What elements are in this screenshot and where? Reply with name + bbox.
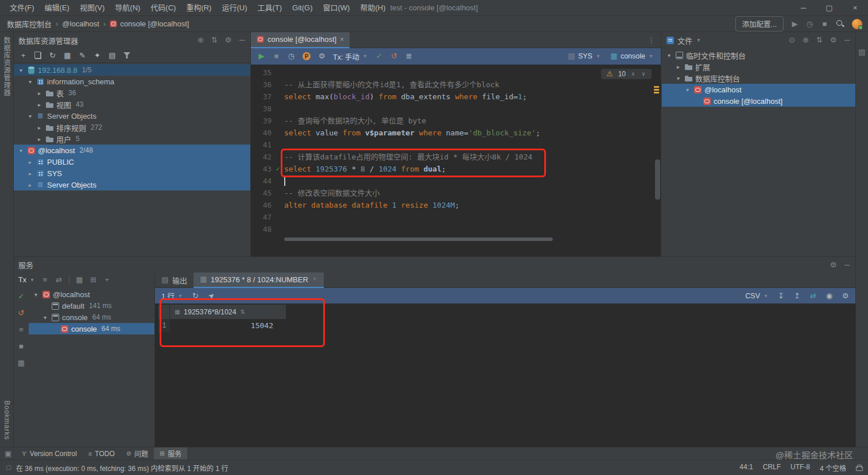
services-item-console[interactable]: console64 ms	[29, 323, 154, 334]
tx-mode-select[interactable]: Tx: 手动 ▾	[333, 51, 368, 62]
chevron-closed-icon[interactable]: ▸	[36, 124, 43, 131]
next-problem-icon[interactable]: ∨	[641, 70, 646, 78]
column-header[interactable]: ▦ 1925376*8/1024 ⇅	[170, 305, 286, 319]
tx-filter-select[interactable]: Tx ▾	[18, 276, 35, 284]
reload-page-icon[interactable]: ↻	[192, 292, 199, 300]
add-service-icon[interactable]: +	[103, 276, 111, 284]
editor-line[interactable]: 40select value from v$parameter where na…	[251, 127, 661, 139]
expand-collapse-icon[interactable]: ⇅	[816, 36, 823, 44]
files-item-@localhost[interactable]: ▾@localhost	[662, 84, 855, 95]
editor-line[interactable]: 43✓select 1925376 * 8 / 1024 from dual;	[251, 163, 661, 175]
editor-line[interactable]: 36-- 从上面获得要缩小的文件id是1, 查看此文件有多少个block	[251, 79, 661, 91]
minimize-window-button[interactable]: ─	[790, 0, 816, 15]
gear-icon[interactable]: ⚙	[830, 36, 837, 44]
chevron-closed-icon[interactable]: ▸	[26, 182, 34, 188]
add-configuration-button[interactable]: 添加配置...	[735, 16, 784, 32]
chevron-closed-icon[interactable]: ▸	[26, 159, 34, 165]
hide-panel-icon[interactable]: ─	[238, 36, 246, 44]
hide-panel-icon[interactable]: ─	[843, 36, 851, 44]
menu-编辑-e[interactable]: 编辑(E)	[40, 0, 75, 15]
horizontal-scrollbar[interactable]	[284, 238, 553, 241]
menu-重构-r[interactable]: 重构(R)	[181, 0, 216, 15]
editor-body[interactable]: 3536-- 从上面获得要缩小的文件id是1, 查看此文件有多少个block37…	[251, 65, 661, 256]
menu-视图-v[interactable]: 视图(V)	[75, 0, 110, 15]
hide-panel-icon[interactable]: ─	[843, 261, 851, 269]
tab-output[interactable]: ▤ 输出	[155, 272, 193, 288]
toolwindow-button-服务[interactable]: ⊞服务	[154, 447, 187, 460]
web-icon[interactable]: ⊕	[802, 36, 809, 44]
tab-result[interactable]: ▦ 1925376 * 8 / 1024:NUMBER ×	[193, 272, 324, 288]
import-data-icon[interactable]: ↥	[793, 292, 801, 300]
chevron-closed-icon[interactable]: ▸	[36, 102, 43, 108]
settings-icon[interactable]: ⚙	[842, 292, 849, 300]
table-icon[interactable]: ▦	[64, 52, 71, 60]
duplicate-icon[interactable]	[34, 52, 41, 59]
editor-line[interactable]: 47	[251, 211, 661, 223]
commit-icon[interactable]: ✓	[375, 52, 383, 60]
gear-icon[interactable]: ⚙	[830, 261, 837, 269]
search-everywhere-icon[interactable]	[836, 20, 844, 28]
commit-icon[interactable]: ✓	[18, 293, 25, 301]
toolwindow-button-version-control[interactable]: ϒVersion Control	[16, 447, 83, 460]
sort-icon[interactable]: ⇄	[55, 276, 63, 284]
chevron-closed-icon[interactable]: ▸	[36, 136, 43, 142]
services-item-console[interactable]: ▾console64 ms	[29, 312, 154, 323]
editor-line[interactable]: 41	[251, 139, 661, 151]
warning-stripe-mark[interactable]	[654, 89, 659, 91]
rollback-icon[interactable]: ↺	[390, 52, 398, 60]
tab-console-localhost[interactable]: console [@localhost] ×	[251, 32, 350, 48]
generate-icon[interactable]: ✦	[94, 52, 101, 60]
close-tab-icon[interactable]: ×	[312, 275, 317, 283]
menu-导航-n[interactable]: 导航(N)	[110, 0, 145, 15]
filter-icon[interactable]	[123, 52, 130, 59]
refresh-icon[interactable]: ↻	[49, 52, 56, 60]
files-item-console-@localhost[interactable]: console [@localhost]	[662, 95, 855, 107]
readonly-lock-icon[interactable]	[856, 464, 862, 471]
sort-icon[interactable]: ⇅	[240, 308, 246, 316]
execute-icon[interactable]: ▶	[258, 52, 265, 60]
toolwindow-button-todo[interactable]: ≡TODO	[83, 447, 121, 460]
stop-query-icon[interactable]: ■	[273, 52, 280, 60]
editor-line[interactable]: 37select max(block_id) from dba_extents …	[251, 91, 661, 103]
warning-stripe-mark[interactable]	[654, 86, 659, 88]
locate-file-icon[interactable]: ⊙	[788, 36, 796, 44]
terminate-icon[interactable]: ■	[18, 342, 25, 351]
inspections-widget[interactable]: ⚠ 10 ∧ ∨	[601, 69, 652, 79]
menu-代码-c[interactable]: 代码(C)	[145, 0, 181, 15]
editor-line[interactable]: 38	[251, 103, 661, 115]
chevron-open-icon[interactable]: ▾	[665, 52, 673, 59]
profiler-icon[interactable]: ◷	[806, 20, 813, 28]
editor-line[interactable]: 46alter database datafile 1 resize 1024M…	[251, 199, 661, 211]
profile-icon[interactable]: P	[303, 52, 311, 60]
status-4-个空格[interactable]: 4 个空格	[820, 463, 846, 473]
services-item-@localhost[interactable]: ▾@localhost	[29, 289, 154, 300]
editor-line[interactable]: 42-- 计算该datafile占用的物理空间: 最大块id * 每块大小8k …	[251, 151, 661, 163]
services-item-default[interactable]: default141 ms	[29, 300, 154, 312]
breadcrumb-数据库控制台[interactable]: 数据库控制台	[7, 18, 52, 29]
paging-select[interactable]: 1 行 ▾	[161, 290, 183, 301]
menu-帮助-h[interactable]: 帮助(H)	[355, 0, 390, 15]
editor-line[interactable]: 48	[251, 223, 661, 235]
console-icon[interactable]: ▤	[108, 52, 116, 60]
explorer-item-@localhost[interactable]: ▾@localhost2/48	[14, 145, 250, 156]
chevron-open-icon[interactable]: ▾	[684, 87, 691, 93]
chevron-closed-icon[interactable]: ▸	[36, 90, 43, 96]
chevron-open-icon[interactable]: ▾	[675, 75, 682, 81]
chevron-open-icon[interactable]: ▾	[17, 147, 25, 154]
warning-stripe-mark[interactable]	[654, 92, 659, 94]
database-explorer-stripe-button[interactable]: 数据库资源管理器	[2, 37, 11, 96]
stop-icon[interactable]: ■	[821, 20, 828, 28]
chevron-open-icon[interactable]: ▾	[26, 113, 34, 119]
console-select[interactable]: ▦ console ▾	[610, 52, 654, 60]
explorer-item-server-objects[interactable]: ▾≣Server Objects	[14, 110, 250, 122]
view-as-icon[interactable]: ◉	[826, 292, 833, 300]
user-avatar[interactable]	[852, 19, 862, 29]
bookmarks-stripe-button[interactable]: Bookmarks	[3, 400, 11, 440]
history-icon[interactable]: ◷	[288, 52, 295, 60]
layout-icon[interactable]: ⊞	[90, 276, 97, 284]
chevron-open-icon[interactable]: ▾	[32, 291, 40, 298]
status-44-1[interactable]: 44:1	[739, 463, 753, 473]
files-item-扩展[interactable]: ▸扩展	[662, 61, 855, 72]
explorer-item-192-168-8-8[interactable]: ▾192.168.8.81/5	[14, 64, 250, 76]
files-item-数据库控制台[interactable]: ▾数据库控制台	[662, 72, 855, 84]
